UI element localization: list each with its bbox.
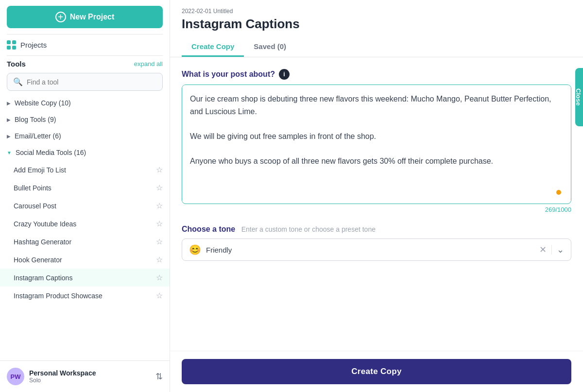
char-count: 269/1000	[182, 206, 571, 213]
tab-saved[interactable]: Saved (0)	[244, 37, 296, 57]
category-blog-label: Blog Tools (9)	[15, 116, 56, 123]
bottom-bar: Create Copy	[170, 351, 583, 392]
tone-value: Friendly	[206, 246, 539, 254]
workspace-name: Personal Workspace	[29, 369, 96, 377]
orange-dot-indicator	[556, 190, 561, 195]
star-icon-6[interactable]: ☆	[156, 273, 163, 282]
arrow-right-icon: ▶	[7, 101, 11, 106]
tool-hook-generator-label: Hook Generator	[14, 256, 62, 264]
tool-add-emoji-label: Add Emoji To List	[14, 166, 66, 174]
tool-bullet-points[interactable]: Bullet Points ☆	[0, 179, 170, 197]
post-about-label: What is your post about? i	[182, 69, 571, 80]
tool-instagram-captions[interactable]: Instagram Captions ☆	[0, 269, 170, 287]
star-icon-3[interactable]: ☆	[156, 219, 163, 228]
tools-header: Tools expand all	[0, 56, 170, 70]
category-social-label: Social Media Tools (16)	[16, 149, 86, 156]
tone-emoji: 😊	[189, 244, 201, 256]
textarea-wrapper	[182, 85, 571, 204]
tool-instagram-product[interactable]: Instagram Product Showcase ☆	[0, 287, 170, 305]
plus-icon: +	[55, 12, 66, 22]
projects-row[interactable]: Projects	[0, 34, 170, 55]
tool-bullet-points-label: Bullet Points	[14, 184, 51, 192]
close-label: Close	[575, 88, 582, 105]
tool-carousel-post-label: Carousel Post	[14, 202, 56, 210]
star-icon-0[interactable]: ☆	[156, 165, 163, 174]
star-icon-7[interactable]: ☆	[156, 291, 163, 300]
tools-title: Tools	[7, 60, 26, 68]
new-project-button[interactable]: + New Project	[7, 6, 163, 28]
tool-hashtag-generator-label: Hashtag Generator	[14, 238, 71, 246]
arrow-right-icon-2: ▶	[7, 117, 11, 122]
star-icon-4[interactable]: ☆	[156, 237, 163, 246]
header-tabs: Create Copy Saved (0)	[182, 37, 571, 57]
workspace-info: PW Personal Workspace Solo	[7, 368, 96, 385]
star-icon-5[interactable]: ☆	[156, 255, 163, 264]
tool-hook-generator[interactable]: Hook Generator ☆	[0, 251, 170, 269]
tone-divider	[551, 245, 552, 255]
category-website[interactable]: ▶ Website Copy (10)	[0, 95, 170, 111]
projects-icon	[7, 40, 17, 50]
search-icon: 🔍	[13, 77, 23, 86]
projects-label: Projects	[20, 41, 47, 49]
sidebar: + New Project Projects Tools expand all …	[0, 0, 170, 392]
arrow-right-icon-3: ▶	[7, 134, 11, 139]
star-icon-2[interactable]: ☆	[156, 201, 163, 210]
tone-chevron-icon[interactable]: ⌄	[557, 244, 564, 255]
workspace-text: Personal Workspace Solo	[29, 369, 96, 384]
expand-all-link[interactable]: expand all	[134, 60, 163, 68]
tools-list: ▶ Website Copy (10) ▶ Blog Tools (9) ▶ E…	[0, 95, 170, 360]
tool-instagram-product-label: Instagram Product Showcase	[14, 292, 103, 300]
tone-section: Choose a tone Enter a custom tone or cho…	[182, 225, 571, 261]
tone-selector[interactable]: 😊 Friendly ✕ ⌄	[182, 239, 571, 261]
tone-clear-icon[interactable]: ✕	[539, 244, 547, 255]
tool-crazy-youtube[interactable]: Crazy Youtube Ideas ☆	[0, 215, 170, 233]
avatar: PW	[7, 368, 24, 385]
breadcrumb: 2022-02-01 Untitled	[182, 8, 300, 15]
close-tab[interactable]: ⊗ Close	[575, 68, 583, 126]
tool-add-emoji[interactable]: Add Emoji To List ☆	[0, 161, 170, 179]
main-body: What is your post about? i 269/1000 Choo…	[170, 57, 583, 392]
search-box: 🔍	[7, 73, 163, 91]
star-icon-1[interactable]: ☆	[156, 183, 163, 192]
main-content: 2022-02-01 Untitled Instagram Captions S…	[170, 0, 583, 392]
workspace-plan: Solo	[29, 377, 96, 384]
search-input[interactable]	[27, 78, 156, 86]
main-header: 2022-02-01 Untitled Instagram Captions S…	[170, 0, 583, 57]
info-icon[interactable]: i	[279, 69, 290, 80]
category-social[interactable]: ▼ Social Media Tools (16)	[0, 144, 170, 161]
tone-hint: Enter a custom tone or choose a preset t…	[241, 225, 376, 233]
new-project-label: New Project	[70, 13, 115, 21]
post-about-textarea[interactable]	[182, 85, 571, 202]
tool-instagram-captions-label: Instagram Captions	[14, 274, 72, 282]
tool-hashtag-generator[interactable]: Hashtag Generator ☆	[0, 233, 170, 251]
tone-label: Choose a tone	[182, 225, 235, 233]
category-blog[interactable]: ▶ Blog Tools (9)	[0, 111, 170, 128]
category-website-label: Website Copy (10)	[15, 99, 71, 107]
category-email[interactable]: ▶ Email/Letter (6)	[0, 128, 170, 144]
workspace-chevron-icon[interactable]: ⇅	[155, 371, 163, 382]
page-title: Instagram Captions	[182, 17, 300, 32]
arrow-down-icon: ▼	[7, 150, 12, 155]
create-copy-button[interactable]: Create Copy	[182, 359, 571, 384]
tool-crazy-youtube-label: Crazy Youtube Ideas	[14, 220, 76, 228]
tab-create-copy[interactable]: Create Copy	[182, 37, 244, 57]
category-email-label: Email/Letter (6)	[15, 132, 61, 140]
sidebar-footer: PW Personal Workspace Solo ⇅	[0, 360, 170, 392]
tool-carousel-post[interactable]: Carousel Post ☆	[0, 197, 170, 215]
